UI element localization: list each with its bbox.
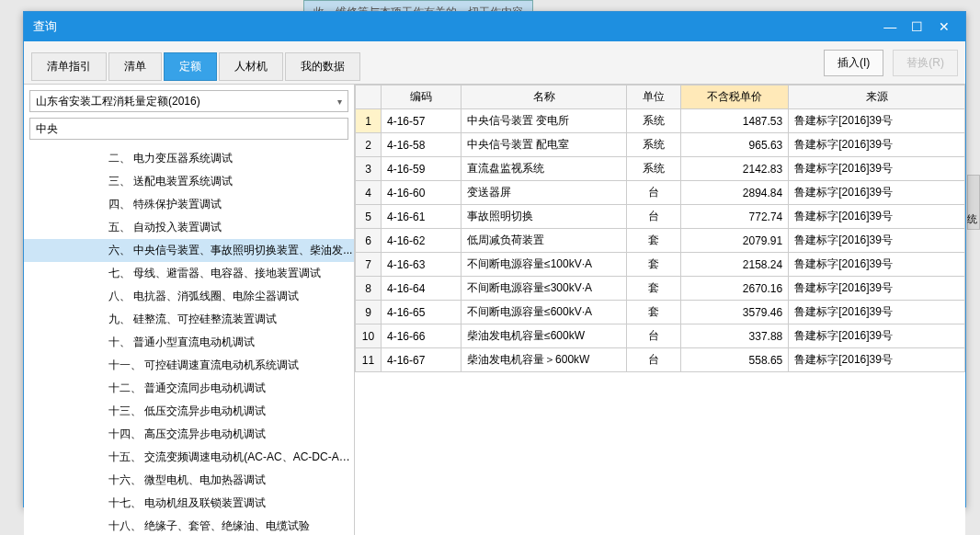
- tree-item[interactable]: 十六、 微型电机、电加热器调试: [24, 469, 354, 492]
- cell-source[interactable]: 鲁建标字[2016]39号: [789, 253, 965, 277]
- tree-item[interactable]: 六、 中央信号装置、事故照明切换装置、柴油发...: [24, 239, 354, 262]
- tree-item[interactable]: 十二、 普通交流同步电动机调试: [24, 377, 354, 400]
- cell-code[interactable]: 4-16-61: [382, 205, 462, 229]
- tree-item[interactable]: 四、 特殊保护装置调试: [24, 193, 354, 216]
- cell-name[interactable]: 直流盘监视系统: [462, 157, 627, 181]
- cell-source[interactable]: 鲁建标字[2016]39号: [789, 205, 965, 229]
- cell-code[interactable]: 4-16-64: [382, 277, 462, 301]
- table-row[interactable]: 34-16-59直流盘监视系统系统2142.83鲁建标字[2016]39号: [356, 157, 965, 181]
- search-box[interactable]: [29, 118, 348, 140]
- category-tree[interactable]: 二、 电力变压器系统调试三、 送配电装置系统调试四、 特殊保护装置调试五、 自动…: [24, 145, 354, 535]
- cell-price[interactable]: 337.88: [681, 324, 789, 348]
- cell-price[interactable]: 2158.24: [681, 253, 789, 277]
- cell-code[interactable]: 4-16-62: [382, 229, 462, 253]
- cell-price[interactable]: 2079.91: [681, 229, 789, 253]
- col-source[interactable]: 来源: [789, 85, 965, 109]
- cell-name[interactable]: 不间断电源容量≤100kV·A: [462, 253, 627, 277]
- cell-unit[interactable]: 套: [627, 301, 681, 324]
- quota-combo[interactable]: 山东省安装工程消耗量定额(2016) ▾: [29, 90, 348, 112]
- tree-item[interactable]: 十三、 低压交流异步电动机调试: [24, 400, 354, 423]
- tree-item[interactable]: 九、 硅整流、可控硅整流装置调试: [24, 308, 354, 331]
- cell-code[interactable]: 4-16-59: [382, 157, 462, 181]
- tab-3[interactable]: 人材机: [219, 52, 283, 81]
- insert-button[interactable]: 插入(I): [824, 50, 883, 76]
- cell-price[interactable]: 2142.83: [681, 157, 789, 181]
- tree-item[interactable]: 十四、 高压交流异步电动机调试: [24, 423, 354, 446]
- tree-item[interactable]: 五、 自动投入装置调试: [24, 216, 354, 239]
- cell-unit[interactable]: 套: [627, 253, 681, 277]
- cell-price[interactable]: 2670.16: [681, 277, 789, 301]
- sidebar-tab-stub[interactable]: 统: [967, 175, 980, 230]
- cell-code[interactable]: 4-16-66: [382, 324, 462, 348]
- tab-1[interactable]: 清单: [108, 52, 162, 81]
- tab-4[interactable]: 我的数据: [285, 52, 360, 81]
- cell-source[interactable]: 鲁建标字[2016]39号: [789, 109, 965, 133]
- cell-source[interactable]: 鲁建标字[2016]39号: [789, 181, 965, 205]
- close-icon[interactable]: ✕: [932, 19, 956, 34]
- cell-unit[interactable]: 套: [627, 229, 681, 253]
- table-row[interactable]: 104-16-66柴油发电机容量≤600kW台337.88鲁建标字[2016]3…: [356, 324, 965, 348]
- cell-code[interactable]: 4-16-57: [382, 109, 462, 133]
- cell-code[interactable]: 4-16-63: [382, 253, 462, 277]
- cell-name[interactable]: 中央信号装置 变电所: [462, 109, 627, 133]
- maximize-icon[interactable]: ☐: [906, 19, 929, 34]
- cell-name[interactable]: 变送器屏: [462, 181, 627, 205]
- cell-unit[interactable]: 台: [627, 181, 681, 205]
- cell-name[interactable]: 柴油发电机容量＞600kW: [462, 348, 627, 372]
- cell-price[interactable]: 558.65: [681, 348, 789, 372]
- cell-price[interactable]: 772.74: [681, 205, 789, 229]
- table-row[interactable]: 94-16-65不间断电源容量≤600kV·A套3579.46鲁建标字[2016…: [356, 301, 965, 324]
- table-row[interactable]: 54-16-61事故照明切换台772.74鲁建标字[2016]39号: [356, 205, 965, 229]
- minimize-icon[interactable]: —: [878, 19, 902, 34]
- cell-source[interactable]: 鲁建标字[2016]39号: [789, 348, 965, 372]
- cell-unit[interactable]: 系统: [627, 109, 681, 133]
- cell-price[interactable]: 965.63: [681, 133, 789, 157]
- cell-name[interactable]: 中央信号装置 配电室: [462, 133, 627, 157]
- cell-source[interactable]: 鲁建标字[2016]39号: [789, 157, 965, 181]
- tree-item[interactable]: 十八、 绝缘子、套管、绝缘油、电缆试验: [24, 515, 354, 535]
- tab-2[interactable]: 定额: [164, 52, 217, 81]
- cell-price[interactable]: 3579.46: [681, 301, 789, 324]
- cell-source[interactable]: 鲁建标字[2016]39号: [789, 277, 965, 301]
- col-name[interactable]: 名称: [462, 85, 627, 109]
- cell-unit[interactable]: 套: [627, 277, 681, 301]
- tree-item[interactable]: 十五、 交流变频调速电动机(AC-AC、AC-DC-AC...: [24, 446, 354, 469]
- tree-item[interactable]: 八、 电抗器、消弧线圈、电除尘器调试: [24, 285, 354, 308]
- table-row[interactable]: 44-16-60变送器屏台2894.84鲁建标字[2016]39号: [356, 181, 965, 205]
- tree-item[interactable]: 三、 送配电装置系统调试: [24, 170, 354, 193]
- col-unit[interactable]: 单位: [627, 85, 681, 109]
- cell-code[interactable]: 4-16-67: [382, 348, 462, 372]
- cell-unit[interactable]: 台: [627, 324, 681, 348]
- table-row[interactable]: 84-16-64不间断电源容量≤300kV·A套2670.16鲁建标字[2016…: [356, 277, 965, 301]
- cell-name[interactable]: 不间断电源容量≤600kV·A: [462, 301, 627, 324]
- tab-0[interactable]: 清单指引: [31, 52, 107, 81]
- table-row[interactable]: 24-16-58中央信号装置 配电室系统965.63鲁建标字[2016]39号: [356, 133, 965, 157]
- tree-item[interactable]: 十、 普通小型直流电动机调试: [24, 331, 354, 354]
- cell-source[interactable]: 鲁建标字[2016]39号: [789, 301, 965, 324]
- cell-code[interactable]: 4-16-58: [382, 133, 462, 157]
- result-grid[interactable]: 编码 名称 单位 不含税单价 来源 14-16-57中央信号装置 变电所系统14…: [355, 85, 965, 535]
- table-row[interactable]: 114-16-67柴油发电机容量＞600kW台558.65鲁建标字[2016]3…: [356, 348, 965, 372]
- tree-item[interactable]: 二、 电力变压器系统调试: [24, 147, 354, 170]
- cell-name[interactable]: 不间断电源容量≤300kV·A: [462, 277, 627, 301]
- tree-item[interactable]: 十一、 可控硅调速直流电动机系统调试: [24, 354, 354, 377]
- cell-name[interactable]: 事故照明切换: [462, 205, 627, 229]
- table-row[interactable]: 14-16-57中央信号装置 变电所系统1487.53鲁建标字[2016]39号: [356, 109, 965, 133]
- col-price[interactable]: 不含税单价: [681, 85, 789, 109]
- table-row[interactable]: 64-16-62低周减负荷装置套2079.91鲁建标字[2016]39号: [356, 229, 965, 253]
- tree-item[interactable]: 七、 母线、避雷器、电容器、接地装置调试: [24, 262, 354, 285]
- cell-price[interactable]: 1487.53: [681, 109, 789, 133]
- cell-name[interactable]: 柴油发电机容量≤600kW: [462, 324, 627, 348]
- cell-name[interactable]: 低周减负荷装置: [462, 229, 627, 253]
- cell-source[interactable]: 鲁建标字[2016]39号: [789, 324, 965, 348]
- cell-unit[interactable]: 系统: [627, 157, 681, 181]
- cell-code[interactable]: 4-16-65: [382, 301, 462, 324]
- tree-item[interactable]: 十七、 电动机组及联锁装置调试: [24, 492, 354, 515]
- cell-unit[interactable]: 台: [627, 348, 681, 372]
- cell-unit[interactable]: 系统: [627, 133, 681, 157]
- table-row[interactable]: 74-16-63不间断电源容量≤100kV·A套2158.24鲁建标字[2016…: [356, 253, 965, 277]
- cell-price[interactable]: 2894.84: [681, 181, 789, 205]
- col-code[interactable]: 编码: [382, 85, 462, 109]
- cell-unit[interactable]: 台: [627, 205, 681, 229]
- cell-source[interactable]: 鲁建标字[2016]39号: [789, 133, 965, 157]
